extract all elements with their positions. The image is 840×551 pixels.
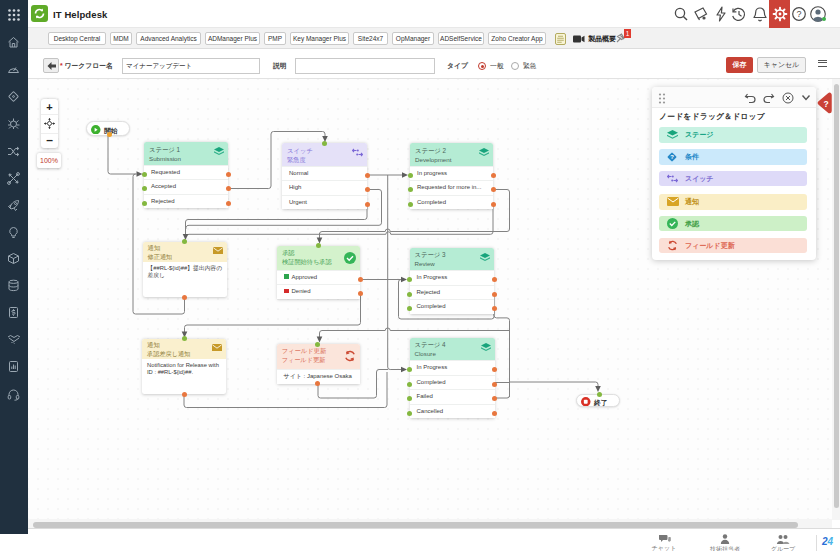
svg-text:?: ? <box>823 99 828 109</box>
svg-text:?: ? <box>796 9 801 19</box>
svg-text:?: ? <box>670 154 674 160</box>
